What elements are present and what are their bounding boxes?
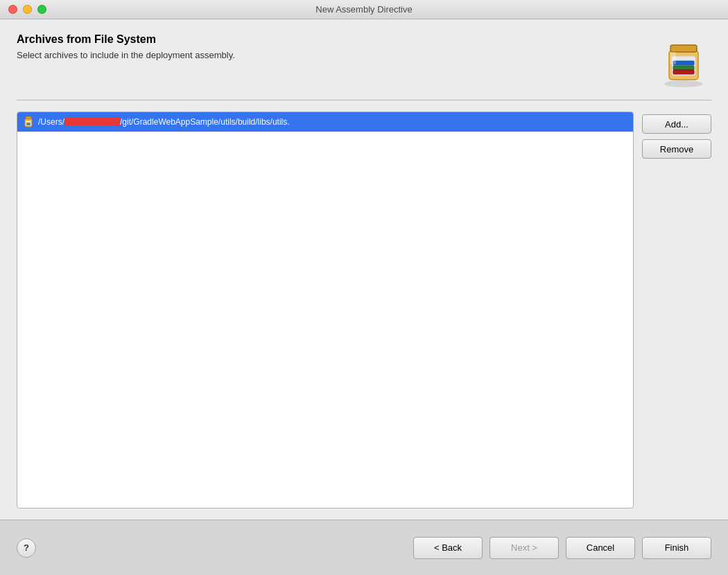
svg-rect-12 xyxy=(26,124,31,125)
page-subtitle: Select archives to include in the deploy… xyxy=(17,50,645,60)
header-area: Archives from File System Select archive… xyxy=(17,33,711,89)
svg-rect-2 xyxy=(670,45,697,52)
close-button[interactable] xyxy=(8,5,17,14)
list-item[interactable]: /Users/ /git/GradleWebAppSample/utils/bu… xyxy=(17,112,633,132)
minimize-button[interactable] xyxy=(23,5,32,14)
svg-rect-11 xyxy=(26,123,31,124)
bottom-right: < Back Next > Cancel Finish xyxy=(413,537,711,559)
books-jar-icon xyxy=(659,35,708,87)
svg-rect-6 xyxy=(673,70,694,74)
cancel-button[interactable]: Cancel xyxy=(566,537,635,559)
window-title: New Assembly Directive xyxy=(315,4,412,15)
separator xyxy=(17,100,711,100)
file-path-text: /Users/ /git/GradleWebAppSample/utils/bu… xyxy=(38,117,290,127)
help-button[interactable]: ? xyxy=(17,538,36,558)
header-icon xyxy=(656,33,711,89)
back-button[interactable]: < Back xyxy=(413,537,483,559)
svg-rect-4 xyxy=(673,66,694,70)
main-area: /Users/ /git/GradleWebAppSample/utils/bu… xyxy=(17,112,711,508)
page-title: Archives from File System xyxy=(17,33,645,46)
header-text: Archives from File System Select archive… xyxy=(17,33,645,60)
remove-button[interactable]: Remove xyxy=(642,139,711,159)
add-button[interactable]: Add... xyxy=(642,114,711,134)
bottom-left: ? xyxy=(17,538,36,558)
next-button[interactable]: Next > xyxy=(489,537,559,559)
svg-point-0 xyxy=(664,80,703,87)
jar-small-icon xyxy=(23,115,34,129)
bottom-bar: ? < Back Next > Cancel Finish xyxy=(0,520,728,575)
dialog-content: Archives from File System Select archive… xyxy=(0,19,728,520)
finish-button[interactable]: Finish xyxy=(642,537,711,559)
maximize-button[interactable] xyxy=(37,5,46,14)
svg-rect-7 xyxy=(670,52,676,64)
title-bar: New Assembly Directive xyxy=(0,0,728,19)
sidebar-buttons: Add... Remove xyxy=(642,112,711,508)
redacted-username xyxy=(64,117,120,127)
svg-rect-5 xyxy=(673,61,694,65)
traffic-lights xyxy=(8,5,46,14)
svg-rect-9 xyxy=(26,116,31,119)
file-list[interactable]: /Users/ /git/GradleWebAppSample/utils/bu… xyxy=(17,112,634,508)
